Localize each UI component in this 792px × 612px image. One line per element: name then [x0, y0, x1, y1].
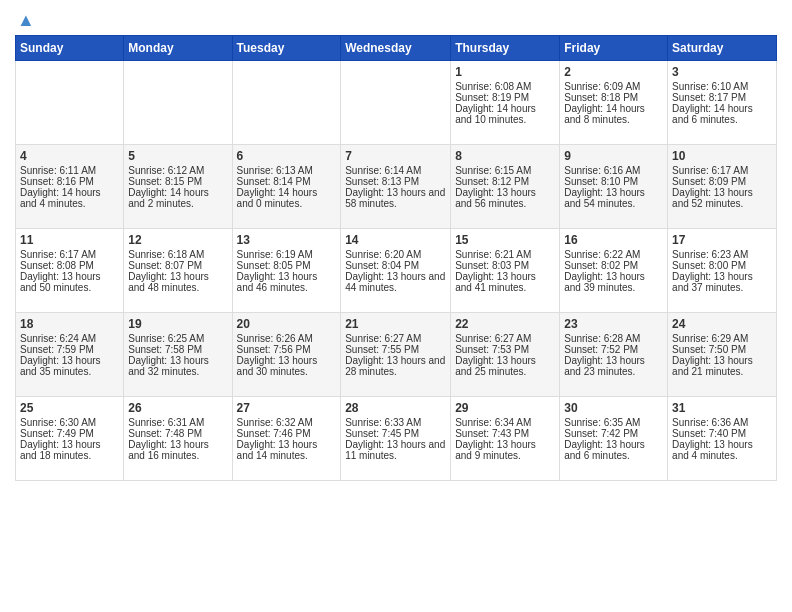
cell-content-line: Sunset: 8:07 PM [128, 260, 227, 271]
day-number: 12 [128, 233, 227, 247]
day-number: 5 [128, 149, 227, 163]
cell-content-line: Daylight: 13 hours and 16 minutes. [128, 439, 227, 461]
calendar-cell: 19Sunrise: 6:25 AMSunset: 7:58 PMDayligh… [124, 313, 232, 397]
cell-content-line: Daylight: 14 hours and 6 minutes. [672, 103, 772, 125]
header-tuesday: Tuesday [232, 36, 341, 61]
cell-content-line: Sunset: 8:13 PM [345, 176, 446, 187]
cell-content-line: Sunrise: 6:11 AM [20, 165, 119, 176]
week-row-4: 18Sunrise: 6:24 AMSunset: 7:59 PMDayligh… [16, 313, 777, 397]
cell-content-line: Sunset: 7:48 PM [128, 428, 227, 439]
cell-content-line: Daylight: 13 hours and 11 minutes. [345, 439, 446, 461]
cell-content-line: Daylight: 13 hours and 6 minutes. [564, 439, 663, 461]
calendar-cell: 22Sunrise: 6:27 AMSunset: 7:53 PMDayligh… [451, 313, 560, 397]
calendar-header-row: SundayMondayTuesdayWednesdayThursdayFrid… [16, 36, 777, 61]
cell-content-line: Sunrise: 6:30 AM [20, 417, 119, 428]
cell-content-line: Sunset: 8:02 PM [564, 260, 663, 271]
day-number: 15 [455, 233, 555, 247]
cell-content-line: Daylight: 13 hours and 18 minutes. [20, 439, 119, 461]
day-number: 28 [345, 401, 446, 415]
cell-content-line: Sunrise: 6:13 AM [237, 165, 337, 176]
page-header: ▲ [15, 10, 777, 27]
cell-content-line: Sunset: 7:49 PM [20, 428, 119, 439]
cell-content-line: Sunrise: 6:17 AM [672, 165, 772, 176]
cell-content-line: Daylight: 13 hours and 23 minutes. [564, 355, 663, 377]
cell-content-line: Daylight: 13 hours and 14 minutes. [237, 439, 337, 461]
cell-content-line: Daylight: 13 hours and 28 minutes. [345, 355, 446, 377]
day-number: 17 [672, 233, 772, 247]
cell-content-line: Sunset: 7:42 PM [564, 428, 663, 439]
day-number: 13 [237, 233, 337, 247]
calendar-cell: 6Sunrise: 6:13 AMSunset: 8:14 PMDaylight… [232, 145, 341, 229]
cell-content-line: Sunrise: 6:16 AM [564, 165, 663, 176]
cell-content-line: Daylight: 13 hours and 9 minutes. [455, 439, 555, 461]
calendar-cell: 3Sunrise: 6:10 AMSunset: 8:17 PMDaylight… [668, 61, 777, 145]
header-saturday: Saturday [668, 36, 777, 61]
cell-content-line: Sunset: 8:17 PM [672, 92, 772, 103]
cell-content-line: Daylight: 13 hours and 35 minutes. [20, 355, 119, 377]
cell-content-line: Sunset: 7:46 PM [237, 428, 337, 439]
cell-content-line: Sunset: 7:40 PM [672, 428, 772, 439]
calendar-cell: 27Sunrise: 6:32 AMSunset: 7:46 PMDayligh… [232, 397, 341, 481]
cell-content-line: Daylight: 14 hours and 2 minutes. [128, 187, 227, 209]
day-number: 24 [672, 317, 772, 331]
cell-content-line: Sunrise: 6:24 AM [20, 333, 119, 344]
cell-content-line: Daylight: 13 hours and 25 minutes. [455, 355, 555, 377]
calendar-cell: 23Sunrise: 6:28 AMSunset: 7:52 PMDayligh… [560, 313, 668, 397]
day-number: 8 [455, 149, 555, 163]
cell-content-line: Daylight: 13 hours and 41 minutes. [455, 271, 555, 293]
cell-content-line: Sunset: 8:16 PM [20, 176, 119, 187]
cell-content-line: Sunset: 8:18 PM [564, 92, 663, 103]
cell-content-line: Daylight: 14 hours and 0 minutes. [237, 187, 337, 209]
cell-content-line: Sunrise: 6:29 AM [672, 333, 772, 344]
header-friday: Friday [560, 36, 668, 61]
cell-content-line: Sunset: 7:56 PM [237, 344, 337, 355]
cell-content-line: Daylight: 13 hours and 58 minutes. [345, 187, 446, 209]
calendar-cell: 8Sunrise: 6:15 AMSunset: 8:12 PMDaylight… [451, 145, 560, 229]
cell-content-line: Sunrise: 6:36 AM [672, 417, 772, 428]
cell-content-line: Sunrise: 6:33 AM [345, 417, 446, 428]
cell-content-line: Daylight: 13 hours and 30 minutes. [237, 355, 337, 377]
cell-content-line: Sunrise: 6:18 AM [128, 249, 227, 260]
cell-content-line: Daylight: 13 hours and 46 minutes. [237, 271, 337, 293]
cell-content-line: Sunset: 7:45 PM [345, 428, 446, 439]
calendar-cell: 9Sunrise: 6:16 AMSunset: 8:10 PMDaylight… [560, 145, 668, 229]
cell-content-line: Daylight: 13 hours and 39 minutes. [564, 271, 663, 293]
logo: ▲ [15, 10, 35, 27]
cell-content-line: Sunrise: 6:27 AM [345, 333, 446, 344]
calendar-cell: 20Sunrise: 6:26 AMSunset: 7:56 PMDayligh… [232, 313, 341, 397]
header-wednesday: Wednesday [341, 36, 451, 61]
page-container: ▲ SundayMondayTuesdayWednesdayThursdayFr… [0, 0, 792, 486]
cell-content-line: Daylight: 13 hours and 37 minutes. [672, 271, 772, 293]
day-number: 14 [345, 233, 446, 247]
cell-content-line: Sunrise: 6:15 AM [455, 165, 555, 176]
cell-content-line: Daylight: 13 hours and 48 minutes. [128, 271, 227, 293]
cell-content-line: Sunrise: 6:34 AM [455, 417, 555, 428]
cell-content-line: Daylight: 13 hours and 21 minutes. [672, 355, 772, 377]
calendar-cell [341, 61, 451, 145]
calendar-table: SundayMondayTuesdayWednesdayThursdayFrid… [15, 35, 777, 481]
cell-content-line: Daylight: 13 hours and 56 minutes. [455, 187, 555, 209]
cell-content-line: Daylight: 14 hours and 4 minutes. [20, 187, 119, 209]
calendar-cell: 31Sunrise: 6:36 AMSunset: 7:40 PMDayligh… [668, 397, 777, 481]
cell-content-line: Sunrise: 6:17 AM [20, 249, 119, 260]
day-number: 11 [20, 233, 119, 247]
day-number: 26 [128, 401, 227, 415]
calendar-cell: 16Sunrise: 6:22 AMSunset: 8:02 PMDayligh… [560, 229, 668, 313]
day-number: 25 [20, 401, 119, 415]
cell-content-line: Daylight: 13 hours and 52 minutes. [672, 187, 772, 209]
cell-content-line: Sunset: 7:43 PM [455, 428, 555, 439]
header-monday: Monday [124, 36, 232, 61]
cell-content-line: Sunset: 8:14 PM [237, 176, 337, 187]
calendar-cell [16, 61, 124, 145]
cell-content-line: Sunrise: 6:32 AM [237, 417, 337, 428]
cell-content-line: Sunset: 8:04 PM [345, 260, 446, 271]
cell-content-line: Daylight: 13 hours and 54 minutes. [564, 187, 663, 209]
day-number: 23 [564, 317, 663, 331]
calendar-cell: 21Sunrise: 6:27 AMSunset: 7:55 PMDayligh… [341, 313, 451, 397]
header-thursday: Thursday [451, 36, 560, 61]
cell-content-line: Daylight: 13 hours and 44 minutes. [345, 271, 446, 293]
cell-content-line: Daylight: 13 hours and 4 minutes. [672, 439, 772, 461]
cell-content-line: Sunrise: 6:10 AM [672, 81, 772, 92]
cell-content-line: Sunset: 7:59 PM [20, 344, 119, 355]
calendar-cell: 13Sunrise: 6:19 AMSunset: 8:05 PMDayligh… [232, 229, 341, 313]
